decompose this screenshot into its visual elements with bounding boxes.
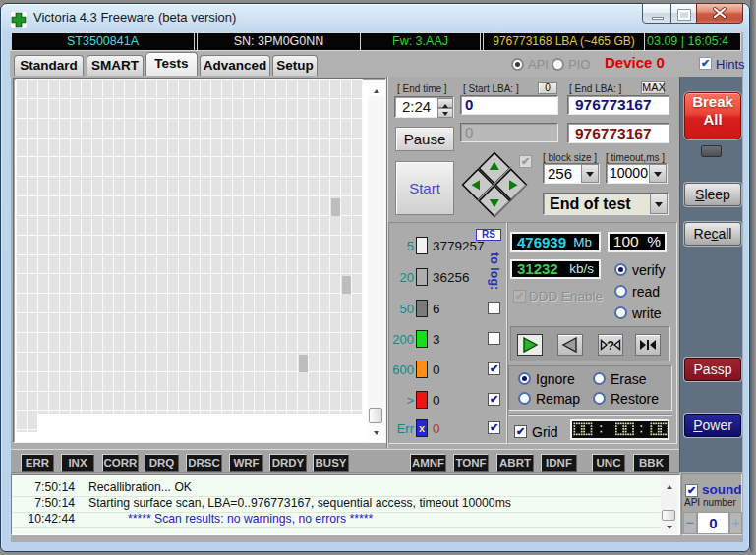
svg-text:?: ? [607,339,614,353]
